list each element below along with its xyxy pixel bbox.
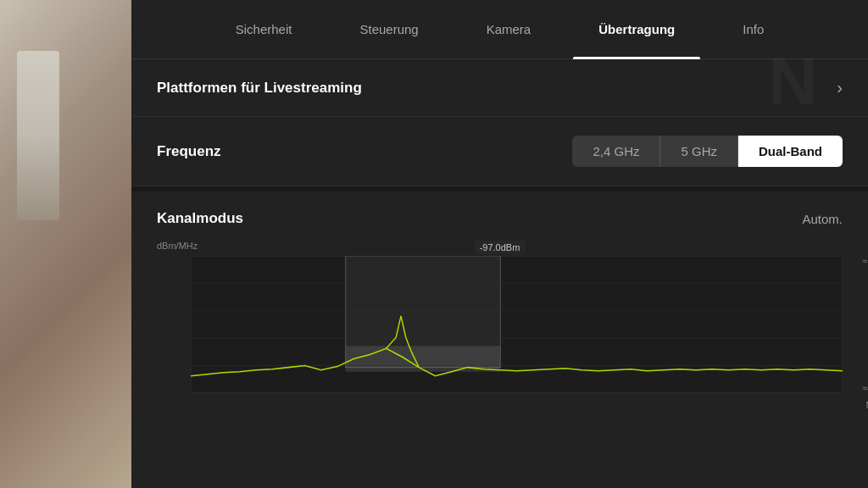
nav-tabs: Sicherheit Steuerung Kamera Übertragung … — [131, 0, 868, 59]
chart-right-labels: ≈1km ≈4km — [862, 256, 868, 393]
spectrum-chart: dBm/MHz -97.0dBm -60 -70 -80 — [157, 241, 843, 410]
tab-info[interactable]: Info — [709, 0, 798, 59]
tab-kamera[interactable]: Kamera — [453, 0, 565, 59]
plattformen-label: Plattformen für Livestreaming — [157, 80, 362, 97]
frequenz-row: Frequenz 2,4 GHz 5 GHz Dual-Band — [131, 117, 868, 186]
tab-ubertragung[interactable]: Übertragung — [565, 0, 709, 59]
main-panel: Sicherheit Steuerung Kamera Übertragung … — [131, 0, 868, 488]
chart-label-4km: ≈4km — [862, 383, 868, 393]
chevron-right-icon: › — [837, 78, 843, 97]
content-area: Plattformen für Livestreaming › Frequenz… — [131, 59, 868, 410]
svg-rect-0 — [191, 256, 843, 393]
kanalmodus-label: Kanalmodus — [157, 210, 243, 227]
kanalmodus-value: Autom. — [802, 212, 843, 226]
tab-steuerung[interactable]: Steuerung — [326, 0, 452, 59]
background-image — [0, 0, 136, 488]
chart-y-label: dBm/MHz — [157, 241, 198, 251]
chart-tooltip: -97.0dBm — [475, 241, 526, 254]
frequenz-buttons: 2,4 GHz 5 GHz Dual-Band — [572, 136, 843, 167]
plattformen-row[interactable]: Plattformen für Livestreaming › — [131, 59, 868, 117]
tab-sicherheit[interactable]: Sicherheit — [202, 0, 326, 59]
chart-svg: -60 -70 -80 -90 -100 — [191, 256, 843, 393]
frequenz-label: Frequenz — [157, 143, 221, 160]
freq-btn-dual[interactable]: Dual-Band — [738, 136, 843, 167]
freq-btn-5[interactable]: 5 GHz — [660, 136, 738, 167]
chart-label-1km: ≈1km — [862, 256, 868, 266]
kanalmodus-row: Kanalmodus Autom. — [131, 191, 868, 241]
freq-btn-2-4[interactable]: 2,4 GHz — [572, 136, 660, 167]
